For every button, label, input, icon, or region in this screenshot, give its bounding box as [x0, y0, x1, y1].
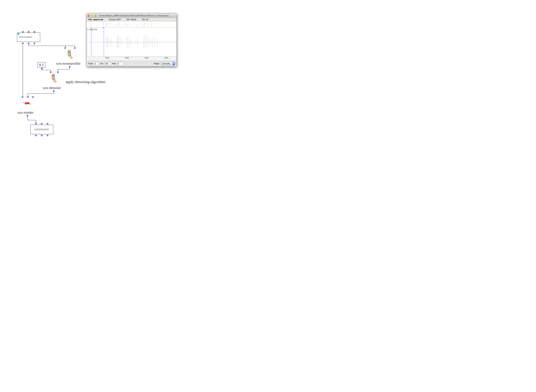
amount-numbox[interactable]: 0.1	[37, 62, 45, 68]
track-input[interactable]	[94, 62, 99, 65]
outlet-port[interactable]	[41, 135, 42, 136]
inlet-port[interactable]	[47, 123, 48, 125]
minimize-icon[interactable]	[91, 15, 93, 17]
selected-marker-icon: ✖	[18, 33, 19, 35]
playback-controls: Track Vol Pan Player LibAudio... ⇅	[87, 61, 177, 66]
svg-rect-5	[52, 79, 55, 79]
svg-rect-1	[68, 53, 70, 53]
outlet-port[interactable]	[69, 66, 70, 68]
file-name: speech.aif	[93, 18, 103, 21]
output-sound-box[interactable]	[30, 125, 53, 134]
vol-label: Vol	[100, 62, 103, 65]
overview-selection[interactable]	[91, 21, 104, 27]
sound-info-bar: File: speech.aif Format: AIFF SR: 44100 …	[87, 18, 177, 21]
render-label: sox-render	[18, 110, 33, 115]
player-selected-value: LibAudio...	[162, 62, 172, 65]
sound-editor-window[interactable]: /Users/Marlon_MBPro/Dropbox/OM-stuff/OMs…	[86, 13, 177, 66]
outlet-port[interactable]	[28, 42, 29, 44]
ss-info: SS: 16	[142, 18, 148, 21]
mini-waveform	[19, 36, 32, 38]
outlet-port[interactable]	[47, 135, 48, 136]
input-sound-box[interactable]: ✖	[17, 33, 40, 42]
main-waveform-icon	[87, 28, 177, 56]
comment-text: apply denoising-algorithm	[66, 80, 105, 84]
inlet-port[interactable]	[32, 96, 34, 98]
zoom-icon[interactable]	[94, 15, 97, 17]
player-label: Player	[154, 62, 159, 65]
inlet-port[interactable]	[41, 123, 42, 125]
outlet-port[interactable]	[22, 42, 24, 44]
render-icon	[23, 100, 32, 107]
time-ruler[interactable]: 1000 2000 3000 4000	[87, 56, 177, 61]
svg-rect-6	[25, 103, 30, 104]
file-info: File: speech.aif	[88, 18, 103, 21]
amount-value: 0.1	[39, 63, 44, 67]
ruler-tick: 3000	[144, 57, 149, 59]
pan-input[interactable]	[117, 62, 124, 65]
file-label: File:	[88, 18, 93, 21]
player-select[interactable]: LibAudio... ⇅	[161, 62, 175, 65]
inlet-port[interactable]	[57, 71, 59, 73]
sr-info: SR: 44100	[127, 18, 136, 21]
window-titlebar[interactable]: /Users/Marlon_MBPro/Dropbox/OM-stuff/OMs…	[87, 14, 177, 18]
svg-rect-4	[52, 77, 54, 77]
close-icon[interactable]	[88, 15, 90, 17]
vol-input[interactable]	[104, 62, 111, 65]
window-title: /Users/Marlon_MBPro/Dropbox/OM-stuff/OMs…	[99, 14, 175, 17]
waveform-overview[interactable]	[87, 21, 177, 28]
format-info: Format: AIFF	[109, 18, 121, 21]
inlet-port[interactable]	[33, 31, 35, 33]
chevron-up-down-icon: ⇅	[172, 62, 175, 65]
inlet-port[interactable]	[35, 123, 37, 125]
svg-rect-0	[68, 51, 70, 52]
svg-rect-2	[68, 55, 71, 56]
ruler-tick: 1000	[105, 57, 109, 59]
ruler-tick: 2000	[125, 57, 129, 59]
denoise-label: sox-denoise	[43, 86, 61, 90]
inlet-port[interactable]	[27, 96, 28, 98]
sock-icon	[49, 74, 58, 84]
mini-waveform	[34, 129, 49, 130]
inlet-port[interactable]	[22, 31, 24, 33]
inlet-port[interactable]	[74, 47, 75, 49]
outlet-port[interactable]	[27, 115, 28, 117]
svg-rect-3	[52, 75, 54, 76]
outlet-port[interactable]	[53, 90, 55, 92]
noiseprofile-label: sox-noiseprofile	[56, 61, 80, 66]
inlet-port[interactable]	[50, 71, 51, 73]
inlet-port[interactable]	[28, 31, 29, 33]
outlet-port[interactable]	[41, 68, 43, 70]
inlet-port[interactable]	[64, 47, 66, 49]
waveform-main[interactable]: t: 1622 ms	[87, 28, 177, 56]
track-label: Track	[88, 62, 93, 65]
ruler-tick: 4000	[164, 57, 168, 59]
inlet-port[interactable]	[22, 96, 23, 98]
pan-label: Pan	[112, 62, 116, 65]
sock-icon	[65, 50, 74, 60]
outlet-port[interactable]	[35, 135, 37, 136]
outlet-port[interactable]	[33, 42, 35, 44]
